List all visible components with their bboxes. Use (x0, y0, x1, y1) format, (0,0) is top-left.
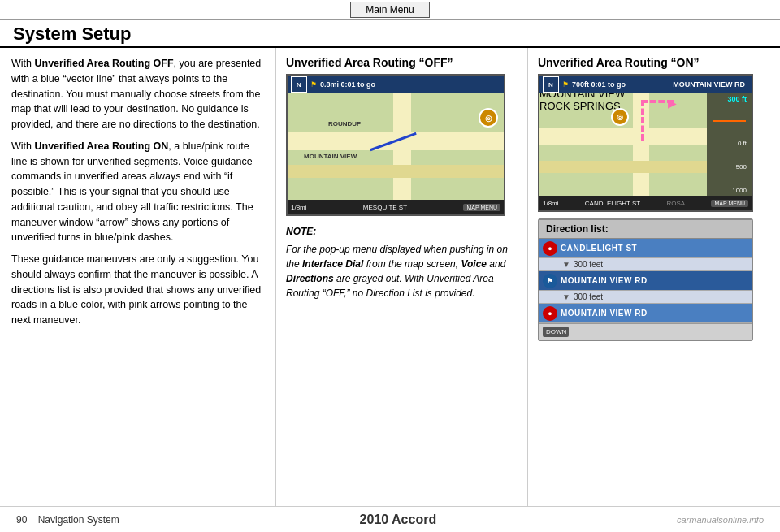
route-line-v (641, 100, 644, 141)
map-on-scale: 1/8mi (543, 200, 559, 207)
altitude-label-500: 500 (708, 163, 750, 171)
para1-bold: Unverified Area Routing OFF (34, 58, 173, 69)
map-label-mountain-view: MOUNTAIN VIEW (304, 153, 357, 160)
map-on-road-h1 (540, 128, 707, 145)
top-menu-bar: Main Menu (0, 0, 780, 20)
right-column: Unverified Area Routing “ON” N ⚑ 700ft 0… (528, 48, 780, 523)
map-on-road-h2 (540, 161, 707, 173)
para1-prefix: With (11, 58, 34, 69)
gps-icon-on: ⚑ (562, 80, 569, 89)
direction-down-button[interactable]: DOWN (543, 327, 569, 337)
altitude-label-300ft: 300 ft (708, 95, 750, 103)
map-road-v1 (393, 76, 411, 214)
dir-text-3: MOUNTAIN VIEW RD (561, 309, 648, 318)
map-label-roundup: ROUNDUP (328, 120, 361, 128)
main-menu-button[interactable]: Main Menu (350, 2, 429, 18)
para2: With Unverified Area Routing ON, a blue/… (11, 139, 264, 245)
footer-model: 2010 Accord (360, 513, 437, 527)
para3: These guidance maneuvers are only a sugg… (11, 252, 264, 328)
dir-icon-2: ⚑ (543, 274, 557, 288)
map-off-bottom-bar: 1/8mi MESQUITE ST MAP MENU (288, 200, 504, 214)
dir-sub-text-2: 300 feet (574, 292, 603, 301)
altitude-label-0ft: 0 ft (708, 140, 750, 147)
note-section: NOTE: For the pop-up menu displayed when… (286, 224, 518, 301)
dir-item-1: ● CANDLELIGHT ST (540, 239, 752, 258)
map-on-rosa: ROSA (666, 200, 685, 207)
dir-item-2: ⚑ MOUNTAIN VIEW RD (540, 271, 752, 291)
dir-item-3: ● MOUNTAIN VIEW RD (540, 304, 752, 323)
footer-website: carmanualsonline.info (677, 515, 764, 525)
dir-text-1: CANDLELIGHT ST (561, 244, 637, 253)
nav-system-label: Navigation System (38, 514, 119, 526)
map-off-scale: 1/8mi (291, 204, 307, 211)
route-arrow: ▶ (668, 97, 677, 110)
map-road-h2 (288, 165, 504, 178)
north-indicator: N (291, 76, 307, 93)
note-bold2: Voice (461, 258, 487, 270)
footer-left: 90 Navigation System (16, 514, 119, 526)
map-off-menu-btn[interactable]: MAP MENU (463, 204, 500, 211)
para2-text: , a blue/pink route line is shown for un… (11, 141, 254, 244)
dir-sub-2: ▼ 300 feet (540, 291, 752, 304)
dir-sub-text-1: 300 feet (574, 260, 603, 269)
dir-icon-1: ● (543, 241, 557, 256)
dir-sub-1: ▼ 300 feet (540, 258, 752, 271)
dir-text-2: MOUNTAIN VIEW RD (561, 276, 648, 285)
page-footer: 90 Navigation System 2010 Accord carmanu… (0, 506, 780, 532)
note-body: For the pop-up menu displayed when pushi… (286, 242, 518, 301)
para2-prefix: With (11, 141, 34, 152)
altitude-bar-orange (713, 120, 746, 122)
altitude-chart: 300 ft 0 ft 500 1000 (707, 93, 752, 196)
map-on-bar-text: 700ft 0:01 to go (572, 80, 626, 89)
dir-icon-3: ● (543, 306, 557, 321)
left-column: With Unverified Area Routing OFF, you ar… (0, 48, 276, 523)
dir-down-area: DOWN (540, 323, 752, 340)
map-off-bar-text: 0.8mi 0:01 to go (320, 80, 375, 89)
map-on-top-bar: N ⚑ 700ft 0:01 to go MOUNTAIN VIEW RD (540, 76, 752, 93)
note-text2: from the map screen, (363, 258, 461, 270)
street-name-banner: MOUNTAIN VIEW RD (670, 80, 748, 89)
direction-list-header: Direction list: (540, 220, 752, 239)
map-off-road: MESQUITE ST (363, 204, 407, 211)
page-title: System Setup (0, 20, 780, 48)
note-title: NOTE: (286, 224, 518, 239)
map-on-road: CANDLELIGHT ST (585, 200, 640, 207)
map-on: N ⚑ 700ft 0:01 to go MOUNTAIN VIEW RD RO… (538, 74, 753, 212)
gps-icon: ⚑ (310, 80, 317, 89)
main-content: With Unverified Area Routing OFF, you ar… (0, 48, 780, 523)
dir-arrow-1: ▼ (562, 260, 570, 269)
note-bold1: Interface Dial (302, 258, 363, 270)
page-number: 90 (16, 514, 27, 526)
map-on-bottom-bar: 1/8mi CANDLELIGHT ST ROSA MAP MENU (540, 196, 752, 210)
north-indicator-on: N (543, 76, 559, 93)
note-bold3: Directions (286, 273, 334, 284)
map-off-top-bar: N ⚑ 0.8mi 0:01 to go (288, 76, 504, 93)
right-section-title: Unverified Area Routing “ON” (538, 56, 770, 69)
compass-off: ◎ (479, 108, 498, 128)
map-off: N ⚑ 0.8mi 0:01 to go ROUNDUP MOUNTAIN VI… (286, 74, 505, 216)
mid-section-title: Unverified Area Routing “OFF” (286, 56, 518, 69)
para2-bold: Unverified Area Routing ON (34, 141, 168, 152)
note-text3: and (487, 258, 505, 270)
para1: With Unverified Area Routing OFF, you ar… (11, 56, 264, 132)
map-on-menu-btn[interactable]: MAP MENU (711, 200, 748, 207)
dir-arrow-2: ▼ (562, 292, 570, 301)
direction-list: Direction list: ● CANDLELIGHT ST ▼ 300 f… (538, 218, 753, 341)
mid-column: Unverified Area Routing “OFF” N ⚑ 0.8mi … (276, 48, 528, 523)
compass-on: ◎ (611, 108, 629, 126)
altitude-label-1000: 1000 (708, 187, 750, 194)
